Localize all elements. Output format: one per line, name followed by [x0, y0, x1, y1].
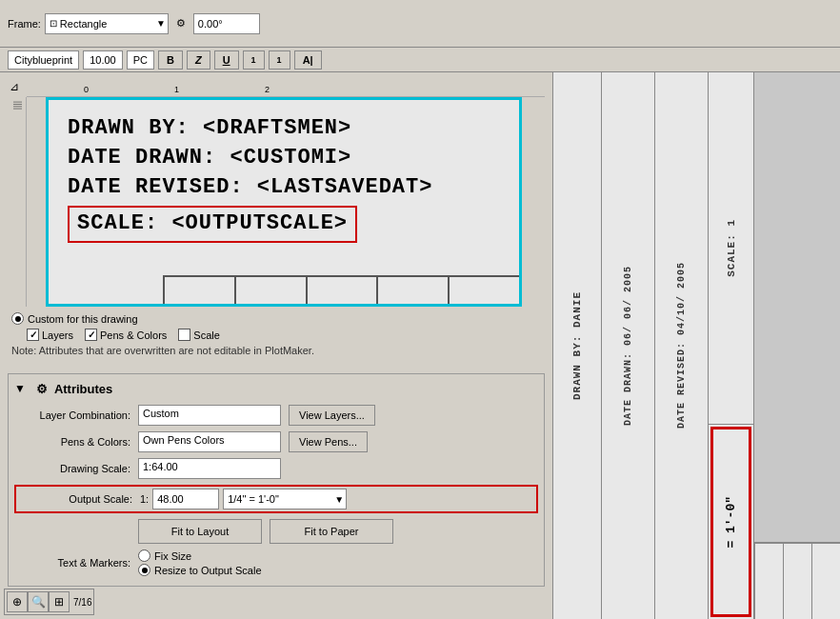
drawn-by-line: DRAWN BY: <DRAFTSMEN> [68, 114, 500, 144]
right-col-3-text: DATE REVISED: 04/10/ 2005 [676, 262, 687, 429]
right-col-4-text: SCALE: 1 [726, 219, 737, 277]
layers-checkbox-item[interactable]: ✓ Layers [27, 329, 73, 341]
zoom-percent: 7/16 [73, 597, 91, 608]
underline-button[interactable]: U [214, 50, 239, 70]
resize-option[interactable]: Resize to Output Scale [138, 564, 262, 576]
zoom-in-icon[interactable]: 🔍 [28, 591, 49, 612]
subscript-button[interactable]: 1 [243, 50, 265, 70]
custom-radio-option[interactable]: Custom for this drawing [11, 312, 541, 325]
drawing-scale-input[interactable]: 1:64.00 [138, 458, 281, 479]
output-scale-label: Output Scale: [20, 493, 140, 505]
spacer: ⚙ [176, 17, 186, 30]
output-scale-input[interactable]: 48.00 [152, 489, 219, 509]
main-toolbar: Frame: ⊡ Rectangle ▼ ⚙ 0.00° [0, 0, 840, 48]
scale-dropdown-arrow-icon: ▼ [334, 494, 344, 505]
dropdown-arrow-icon: ▼ [156, 18, 166, 29]
bold-button[interactable]: B [158, 50, 183, 70]
drawing-canvas: DRAWN BY: <DRAFTSMEN> DATE DRAWN: <CUSTO… [46, 97, 522, 307]
frame-label: Frame: [8, 18, 41, 30]
scale-checkbox-item[interactable]: Scale [178, 329, 220, 341]
scale-box-right: = 1'-0" [710, 427, 751, 617]
right-col-1-text: DRAWN BY: DANIE [571, 291, 583, 400]
zoom-icon[interactable]: ⊞ [49, 591, 70, 612]
layer-combination-input[interactable]: Custom [138, 405, 281, 426]
layer-combination-row: Layer Combination: Custom View Layers... [14, 405, 538, 426]
output-scale-select[interactable]: 1/4" = 1'-0" ▼ [223, 489, 347, 509]
drawing-preview-container: ⊿ 0 1 2 |||| DRAWN BY: <DRAFTSMEN> [8, 76, 545, 307]
custom-radio-label: Custom for this drawing [28, 313, 138, 325]
italic-button[interactable]: Z [187, 50, 210, 70]
pens-colors-label: Pens & Colors [100, 329, 167, 341]
layers-label: Layers [42, 329, 73, 341]
scale-label: Scale [193, 329, 220, 341]
text-style-button[interactable]: A| [294, 50, 322, 70]
layer-combination-label: Layer Combination: [14, 409, 138, 421]
text-markers-row: Text & Markers: Fix Size Resize to Outpu… [14, 549, 538, 576]
text-markers-label: Text & Markers: [14, 557, 138, 569]
scale-num-label: 1: [140, 493, 149, 505]
scale-line-container: SCALE: <OUTPUTSCALE> [68, 206, 500, 243]
fix-size-option[interactable]: Fix Size [138, 549, 262, 562]
bottom-toolbar: ⊕ 🔍 ⊞ 7/16 [4, 589, 94, 615]
view-layers-button[interactable]: View Layers... [289, 405, 375, 426]
ruler-left: |||| [8, 97, 27, 307]
frame-value: Rectangle [60, 18, 108, 30]
col-div-5 [448, 275, 519, 304]
scale-checkbox[interactable] [178, 329, 190, 341]
left-panel: ⊿ 0 1 2 |||| DRAWN BY: <DRAFTSMEN> [0, 72, 552, 619]
ruler-top: ⊿ 0 1 2 [27, 76, 545, 97]
secondary-toolbar: Cityblueprint 10.00 PC B Z U 1 1 A| [0, 48, 840, 72]
pens-colors-checkbox-item[interactable]: ✓ Pens & Colors [85, 329, 167, 341]
attributes-header: ▼ ⚙ Attributes [14, 380, 538, 397]
collapse-arrow-icon[interactable]: ▼ [14, 382, 26, 395]
angle-value: 0.00° [198, 18, 223, 30]
right-col-2-text: DATE DRAWN: 06/ 06/ 2005 [623, 266, 633, 426]
col-div-2 [234, 275, 306, 304]
angle-input[interactable]: 0.00° [193, 13, 260, 34]
filter-icon: ⚙ [33, 380, 50, 397]
resize-radio[interactable] [138, 564, 150, 576]
custom-radio[interactable] [11, 312, 24, 325]
fix-size-label: Fix Size [154, 550, 191, 562]
superscript-button[interactable]: 1 [269, 50, 290, 70]
pc-label: PC [127, 50, 154, 70]
right-bottom-grid [754, 543, 840, 619]
date-revised-line: DATE REVISED: <LASTSAVEDAT> [68, 173, 500, 203]
frame-select[interactable]: ⊡ Rectangle ▼ [45, 13, 169, 34]
date-drawn-line: DATE DRAWN: <CUSTOMI> [68, 144, 500, 173]
fit-to-layout-button[interactable]: Fit to Layout [138, 519, 262, 544]
fix-size-radio[interactable] [138, 549, 150, 562]
text-markers-options: Fix Size Resize to Output Scale [138, 549, 262, 576]
drawing-scale-label: Drawing Scale: [14, 463, 138, 474]
right-col-5-top [754, 72, 840, 543]
right-drawing-area: DRAWN BY: DANIE DATE DRAWN: 06/ 06/ 2005… [552, 72, 840, 619]
fit-to-paper-button[interactable]: Fit to Paper [270, 519, 393, 544]
grid-cell-2 [783, 544, 811, 619]
right-col-1: DRAWN BY: DANIE [552, 72, 602, 619]
scale-box-text: = 1'-0" [724, 496, 738, 549]
pens-colors-checkbox[interactable]: ✓ [85, 329, 97, 341]
right-panel: DRAWN BY: DANIE DATE DRAWN: 06/ 06/ 2005… [552, 72, 840, 619]
size-field[interactable]: 10.00 [83, 50, 123, 70]
right-col-5 [754, 72, 840, 619]
ruler-ticks: 0 1 2 [27, 76, 545, 96]
fit-buttons-row: Fit to Layout Fit to Paper [138, 519, 538, 544]
pens-colors-input[interactable]: Own Pens Colors [138, 431, 281, 452]
output-scale-row: Output Scale: 1: 48.00 1/4" = 1'-0" ▼ [14, 485, 538, 513]
right-col-4-top: SCALE: 1 [709, 72, 753, 425]
right-col-3: DATE REVISED: 04/10/ 2005 [655, 72, 709, 619]
col-div-4 [376, 275, 448, 304]
scale-line: SCALE: <OUTPUTSCALE> [68, 206, 357, 243]
layers-checkbox[interactable]: ✓ [27, 329, 39, 341]
column-dividers [163, 275, 519, 304]
view-pens-button[interactable]: View Pens... [289, 431, 368, 452]
pan-icon[interactable]: ⊕ [7, 591, 28, 612]
right-col-2: DATE DRAWN: 06/ 06/ 2005 [602, 72, 655, 619]
right-col-4: SCALE: 1 = 1'-0" [709, 72, 754, 619]
note-text: Note: Attributes that are overwritten ar… [11, 345, 541, 356]
attributes-title: Attributes [54, 382, 112, 396]
font-name-field[interactable]: Cityblueprint [8, 50, 79, 70]
checkboxes-row: ✓ Layers ✓ Pens & Colors Scale [27, 329, 541, 341]
col-div-3 [306, 275, 377, 304]
ruler-corner-icon: ⊿ [10, 80, 19, 93]
